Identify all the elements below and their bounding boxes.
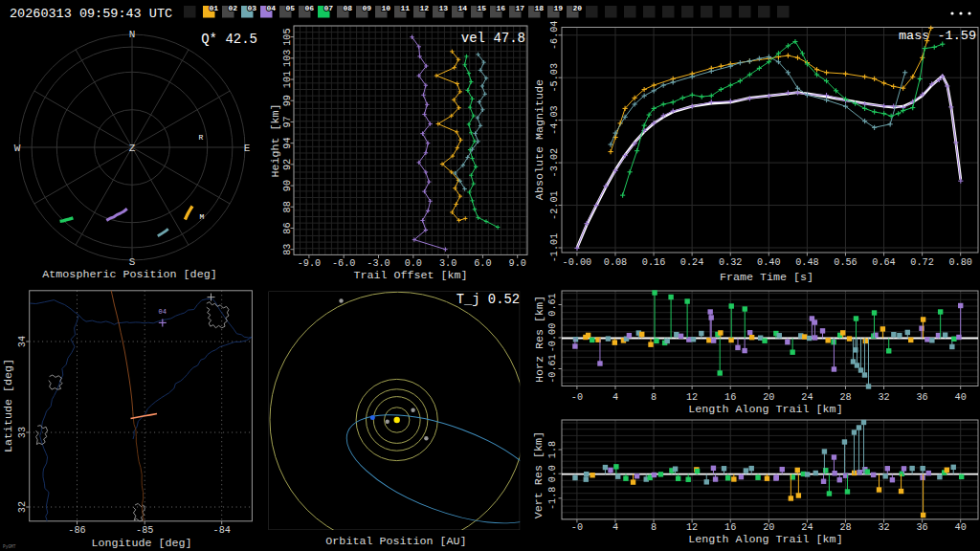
svg-text:9.0: 9.0 [509,258,526,269]
svg-text:12: 12 [686,392,698,403]
svg-text:Q* 42.5: Q* 42.5 [201,32,257,47]
svg-text:mass -1.59: mass -1.59 [899,29,976,43]
svg-text:4: 4 [612,522,618,533]
svg-text:90: 90 [282,180,293,191]
svg-text:08: 08 [344,4,353,12]
svg-text:12: 12 [420,4,430,12]
svg-text:-0.00: -0.00 [563,257,592,268]
svg-text:Atmospheric Position [deg]: Atmospheric Position [deg] [42,268,216,281]
svg-text:-1.01: -1.01 [549,233,560,263]
svg-text:-86: -86 [68,525,85,536]
svg-text:Trail Offset [km]: Trail Offset [km] [353,269,467,282]
svg-text:-6.0: -6.0 [332,258,355,269]
svg-text:83: 83 [282,244,293,255]
svg-text:0.64: 0.64 [872,257,895,268]
svg-text:1.8: 1.8 [547,441,558,458]
svg-text:-0: -0 [571,392,583,403]
svg-text:24: 24 [801,522,813,533]
svg-text:09: 09 [363,4,372,12]
svg-text:Z: Z [129,143,136,154]
svg-text:88: 88 [282,201,293,212]
svg-text:40: 40 [955,392,967,403]
svg-text:-4.03: -4.03 [549,105,560,135]
svg-text:3.0: 3.0 [439,258,457,269]
svg-text:32: 32 [878,392,889,403]
svg-text:Height [km]: Height [km] [269,103,282,177]
svg-text:R: R [199,133,204,142]
svg-text:05: 05 [286,4,296,12]
svg-text:07: 07 [324,4,334,12]
svg-text:Frame Time [s]: Frame Time [s] [720,271,813,284]
svg-text:E: E [244,143,251,154]
svg-text:101: 101 [282,71,293,88]
svg-text:PyGMT: PyGMT [3,544,16,549]
svg-text:0.0: 0.0 [547,465,558,482]
svg-text:13: 13 [439,4,449,12]
svg-text:Horz Res [km]: Horz Res [km] [533,296,546,383]
svg-text:-1.8: -1.8 [547,487,558,510]
svg-text:92: 92 [282,159,293,170]
svg-text:34: 34 [17,336,28,347]
svg-text:19: 19 [554,4,564,12]
svg-text:15: 15 [478,4,487,12]
svg-text:33: 33 [17,427,28,438]
svg-text:02: 02 [229,4,238,12]
svg-text:36: 36 [916,522,927,533]
svg-text:-9.0: -9.0 [298,258,321,269]
svg-text:97: 97 [282,116,293,127]
svg-text:20: 20 [763,522,774,533]
svg-text:16: 16 [497,4,506,12]
svg-text:Vert Res [km]: Vert Res [km] [533,431,546,518]
svg-text:6.0: 6.0 [474,258,491,269]
svg-text:0.16: 0.16 [642,257,665,268]
svg-text:10: 10 [382,4,391,12]
svg-text:0.0: 0.0 [405,258,422,269]
svg-text:01: 01 [210,4,219,12]
svg-text:06: 06 [305,4,315,12]
svg-text:32: 32 [17,501,28,513]
svg-text:8: 8 [651,522,657,533]
svg-text:-0: -0 [571,522,583,533]
svg-text:-3.02: -3.02 [549,148,560,178]
svg-text:0.48: 0.48 [795,257,818,268]
svg-text:20260313 09:59:43 UTC: 20260313 09:59:43 UTC [10,7,172,21]
svg-text:-6.04: -6.04 [549,21,560,51]
svg-text:0.80: 0.80 [948,257,971,268]
svg-text:vel 47.8: vel 47.8 [461,31,525,46]
svg-text:18: 18 [535,4,545,12]
svg-text:04: 04 [267,4,277,12]
svg-text:20: 20 [573,4,583,12]
svg-text:99: 99 [282,95,293,106]
svg-text:105: 105 [282,28,293,45]
svg-text:Orbital Position [AU]: Orbital Position [AU] [325,535,466,548]
svg-text:20: 20 [763,392,774,403]
svg-text:04: 04 [159,308,167,316]
svg-text:S: S [129,256,136,268]
svg-text:T_j 0.52: T_j 0.52 [457,293,520,307]
svg-text:Length Along Trail [km]: Length Along Trail [km] [688,533,842,546]
svg-text:N: N [129,29,136,40]
svg-text:-5.03: -5.03 [549,63,560,93]
svg-text:11: 11 [401,4,411,12]
svg-text:0.24: 0.24 [680,257,703,268]
svg-text:Latitude [deg]: Latitude [deg] [2,359,15,452]
svg-text:-3.0: -3.0 [367,258,390,269]
svg-text:24: 24 [801,392,813,403]
svg-text:0.56: 0.56 [834,257,857,268]
svg-text:36: 36 [916,392,927,403]
svg-text:0.32: 0.32 [719,257,742,268]
svg-text:94: 94 [282,137,293,148]
svg-text:28: 28 [839,522,851,533]
svg-text:32: 32 [878,522,889,533]
svg-text:Longitude [deg]: Longitude [deg] [91,537,191,550]
svg-text:103: 103 [282,50,293,67]
svg-text:28: 28 [839,392,851,403]
svg-text:86: 86 [282,222,293,233]
svg-text:-85: -85 [136,525,153,536]
svg-text:-84: -84 [213,525,231,536]
svg-text:-0.61: -0.61 [547,354,558,384]
svg-text:4: 4 [612,392,618,403]
svg-text:0.40: 0.40 [757,257,780,268]
svg-text:Absolute Magnitude: Absolute Magnitude [533,79,546,200]
svg-text:8: 8 [651,392,657,403]
